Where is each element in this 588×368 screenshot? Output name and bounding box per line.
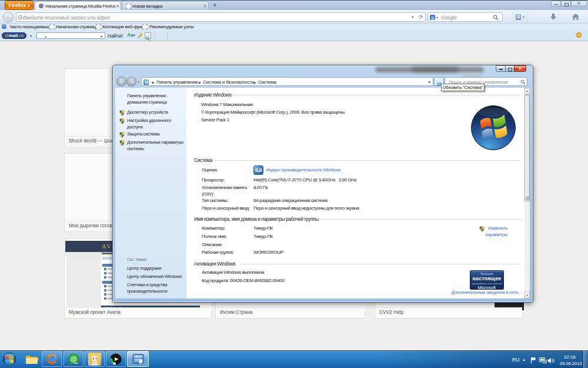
- svg-text:dok: dok: [74, 362, 79, 364]
